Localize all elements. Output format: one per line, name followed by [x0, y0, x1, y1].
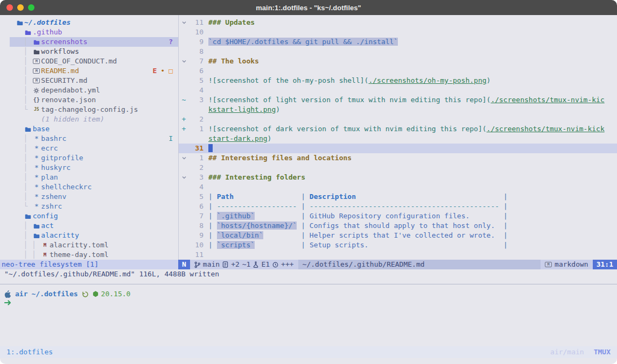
editor-line[interactable]: 7| `.github` | GitHub Repository configu…: [179, 211, 617, 221]
tree-item-dependabot-yml[interactable]: │ dependabot.yml: [0, 85, 178, 95]
folder-icon: [33, 233, 40, 239]
item-mark: □: [169, 66, 173, 76]
tree-item-alacritty[interactable]: │ alacritty: [0, 231, 178, 240]
tree-item--dotfiles[interactable]: ~/.dotfiles: [0, 18, 178, 27]
tree-guide: │: [15, 85, 32, 95]
editor-line[interactable]: 9`cd $HOME/.dotfiles && git pull && ./in…: [179, 37, 617, 47]
tmux-window-tab[interactable]: 1:.dotfiles: [6, 347, 53, 357]
tree-item-renovate-json[interactable]: │ {}renovate.json: [0, 95, 178, 105]
tree-item--1-hidden-item-[interactable]: (1 hidden item): [0, 115, 178, 124]
tree-item-alacritty-toml[interactable]: │ │ Malacritty.toml: [0, 240, 178, 250]
tree-item-config[interactable]: config: [0, 211, 178, 221]
json-icon: {}: [33, 95, 40, 105]
editor-line[interactable]: start-dark.png): [179, 134, 617, 144]
editor-line[interactable]: 1## Interesting files and locations: [179, 153, 617, 163]
line-number: 2: [187, 115, 204, 124]
editor-line[interactable]: 10: [179, 27, 617, 37]
tree-guide: │ │: [15, 240, 40, 250]
tree-item-label: config: [33, 211, 58, 221]
tree-item-ecrc[interactable]: │ *ecrc: [0, 144, 178, 153]
line-text: | `.github` | GitHub Repository configur…: [204, 211, 508, 221]
tmux-label: TMUX: [594, 347, 611, 357]
tree-item-theme-day-toml[interactable]: │ │ Mtheme-day.toml: [0, 250, 178, 260]
tree-item-readme-md[interactable]: │ MREADME.mdE•□: [0, 66, 178, 76]
line-number: 1: [187, 153, 204, 163]
editor-buffer[interactable]: 11### Updates109`cd $HOME/.dotfiles && g…: [179, 18, 617, 260]
prompt-arrow-icon: [4, 299, 12, 309]
tree-guide: └: [15, 202, 32, 211]
editor-line[interactable]: 5| Path | Description |: [179, 192, 617, 202]
tree-item-shellcheckrc[interactable]: │ *shellcheckrc: [0, 182, 178, 192]
line-text: ![screenshot of the oh-my-posh shell](./…: [204, 76, 490, 85]
editor-line[interactable]: ~3![screenshot of light version of tmux …: [179, 95, 617, 105]
line-text: [204, 144, 213, 153]
tree-item--github[interactable]: .github: [0, 27, 178, 37]
tree-item-label: shellcheckrc: [41, 182, 92, 192]
line-number: 11: [187, 250, 204, 260]
item-mark: I: [169, 134, 173, 144]
line-number: 8: [187, 221, 204, 231]
folder-icon: [33, 49, 40, 55]
tree-item-huskyrc[interactable]: │ *huskyrc: [0, 163, 178, 173]
editor-line[interactable]: +2: [179, 115, 617, 124]
tree-item-screenshots[interactable]: │ screenshots?: [0, 37, 178, 47]
editor-line[interactable]: 6: [179, 66, 617, 76]
editor-line[interactable]: 4: [179, 85, 617, 95]
terminal-window: main:1:.dotfiles - "ks~/.dotfiles" ~/.do…: [0, 0, 617, 364]
editor-line[interactable]: 11### Updates: [179, 18, 617, 27]
editor-line[interactable]: 7## The looks: [179, 56, 617, 66]
tmux-session-name: air/main: [550, 347, 584, 357]
editor-line[interactable]: 6| ------------------- | ---------------…: [179, 202, 617, 211]
tree-item-base[interactable]: base: [0, 124, 178, 134]
line-text: kstart-light.png): [204, 105, 280, 115]
fold-open-icon: [181, 155, 187, 161]
line-number: 2: [187, 163, 204, 173]
mode-indicator: N: [178, 260, 190, 269]
markdown-file-icon: M: [33, 59, 40, 64]
line-text: | `hosts/{hostname}/` | Configs that sho…: [204, 221, 508, 231]
editor-line[interactable]: 8: [179, 47, 617, 56]
editor-line[interactable]: 8| `hosts/{hostname}/` | Configs that sh…: [179, 221, 617, 231]
tree-item-bashrc[interactable]: │ *bashrcI: [0, 134, 178, 144]
tree-item-label: bashrc: [41, 134, 66, 144]
editor-line[interactable]: 4: [179, 182, 617, 192]
git-refresh-icon: [82, 291, 89, 298]
editor-line[interactable]: 5![screenshot of the oh-my-posh shell](.…: [179, 76, 617, 85]
line-number: 6: [187, 66, 204, 76]
dotfile-icon: *: [34, 192, 39, 202]
editor-line[interactable]: kstart-light.png): [179, 105, 617, 115]
line-number: 10: [187, 27, 204, 37]
tree-item-zshrc[interactable]: └ *zshrc: [0, 202, 178, 211]
filetype-label: markdown: [555, 260, 588, 269]
tree-item-code-of-conduct-md[interactable]: │ MCODE_OF_CONDUCT.md: [0, 56, 178, 66]
editor-line[interactable]: 9| `local/bin` | Helper scripts that I'v…: [179, 231, 617, 240]
editor-line[interactable]: 3### Interesting folders: [179, 173, 617, 182]
folder-icon: [25, 213, 31, 219]
git-branch-icon: [194, 261, 200, 268]
tree-item-zshenv[interactable]: │ *zshenv: [0, 192, 178, 202]
line-number: 6: [187, 202, 204, 211]
tree-item-workflows[interactable]: │ workflows: [0, 47, 178, 56]
editor-line[interactable]: +1![screenshot of dark version of tmux w…: [179, 124, 617, 134]
tree-guide: │: [15, 231, 32, 240]
tree-item-label: (1 hidden item): [41, 115, 104, 124]
editor-line[interactable]: 10| `scripts` | Setup scripts. |: [179, 240, 617, 250]
tree-item-label: .github: [33, 27, 62, 37]
line-number: 9: [187, 37, 204, 47]
tree-item-gitprofile[interactable]: │ *gitprofile: [0, 153, 178, 163]
editor-line[interactable]: 2: [179, 163, 617, 173]
editor-line[interactable]: 11: [179, 250, 617, 260]
tree-item-plan[interactable]: │ *plan: [0, 173, 178, 182]
tree-guide: [15, 115, 32, 124]
folder-icon: [33, 223, 40, 229]
tree-item-act[interactable]: │ act: [0, 221, 178, 231]
tree-item-security-md[interactable]: │ MSECURITY.md: [0, 76, 178, 85]
line-text: `cd $HOME/.dotfiles && git pull && ./ins…: [204, 37, 398, 47]
line-number: 7: [187, 56, 204, 66]
tree-guide: [15, 124, 24, 134]
tree-guide: │: [15, 37, 32, 47]
tree-item-tag-changelog-config-js[interactable]: └ JStag-changelog-config.js: [0, 105, 178, 115]
editor-line[interactable]: 31: [179, 144, 617, 153]
dotfile-icon: *: [34, 163, 39, 173]
fold-open-icon: [181, 59, 187, 64]
